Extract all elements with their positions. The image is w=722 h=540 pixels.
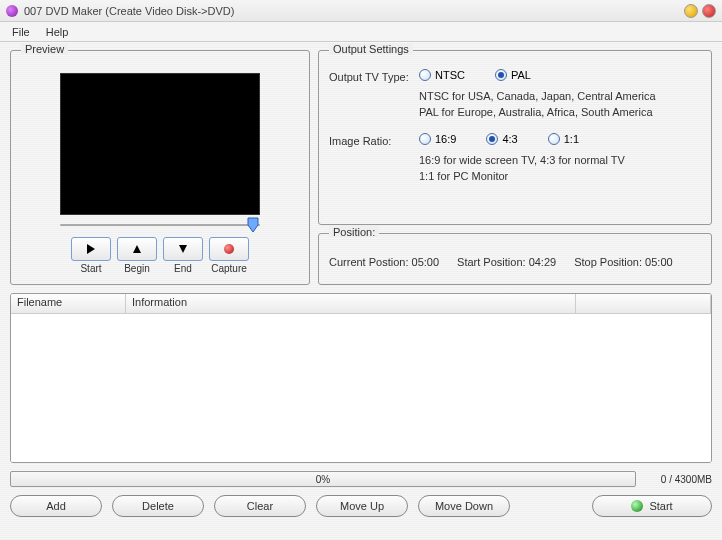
radio-pal[interactable]: PAL	[495, 69, 531, 81]
radio-dot-icon	[495, 69, 507, 81]
menubar: File Help	[0, 22, 722, 42]
capacity-text: 0 / 4300MB	[642, 474, 712, 485]
r43-label: 4:3	[502, 133, 517, 145]
preview-legend: Preview	[21, 43, 68, 55]
window-title: 007 DVD Maker (Create Video Disk->DVD)	[24, 5, 680, 17]
seek-slider[interactable]	[60, 221, 260, 229]
position-legend: Position:	[329, 226, 379, 238]
col-filename[interactable]: Filename	[11, 294, 126, 313]
r11-label: 1:1	[564, 133, 579, 145]
start-lbl: Start Position:	[457, 256, 525, 268]
end-button[interactable]	[163, 237, 203, 261]
pal-label: PAL	[511, 69, 531, 81]
clear-button[interactable]: Clear	[214, 495, 306, 517]
minimize-button[interactable]	[684, 4, 698, 18]
start-position: Start Position: 04:29	[457, 256, 556, 268]
ratio-hint2: 1:1 for PC Monitor	[419, 169, 701, 183]
tv-type-label: Output TV Type:	[329, 69, 419, 83]
ratio-hint1: 16:9 for wide screen TV, 4:3 for normal …	[419, 153, 701, 167]
menu-help[interactable]: Help	[38, 24, 77, 40]
col-information[interactable]: Information	[126, 294, 576, 313]
progress-percent: 0%	[316, 474, 330, 485]
current-lbl: Current Postion:	[329, 256, 408, 268]
radio-dot-icon	[419, 69, 431, 81]
play-icon	[86, 244, 96, 254]
end-label: End	[174, 263, 192, 274]
content-area: Preview Start Begin End	[0, 42, 722, 540]
current-position: Current Postion: 05:00	[329, 256, 439, 268]
settings-legend: Output Settings	[329, 43, 413, 55]
tv-hint2: PAL for Europe, Australia, Africa, South…	[419, 105, 701, 119]
preview-panel: Preview Start Begin End	[10, 50, 310, 285]
slider-track-line	[60, 224, 260, 226]
radio-11[interactable]: 1:1	[548, 133, 579, 145]
slider-thumb[interactable]	[246, 217, 260, 233]
menu-file[interactable]: File	[4, 24, 38, 40]
delete-button[interactable]: Delete	[112, 495, 204, 517]
start-val: 04:29	[529, 256, 557, 268]
stop-val: 05:00	[645, 256, 673, 268]
ratio-label: Image Ratio:	[329, 133, 419, 147]
ntsc-label: NTSC	[435, 69, 465, 81]
col-spacer	[576, 294, 711, 313]
capture-button[interactable]	[209, 237, 249, 261]
capture-label: Capture	[211, 263, 247, 274]
add-button[interactable]: Add	[10, 495, 102, 517]
radio-ntsc[interactable]: NTSC	[419, 69, 465, 81]
radio-169[interactable]: 16:9	[419, 133, 456, 145]
radio-dot-icon	[548, 133, 560, 145]
position-panel: Position: Current Postion: 05:00 Start P…	[318, 233, 712, 285]
play-label: Start	[80, 263, 101, 274]
radio-dot-icon	[419, 133, 431, 145]
record-icon	[224, 244, 234, 254]
output-settings-panel: Output Settings Output TV Type: NTSC PAL…	[318, 50, 712, 225]
stop-position: Stop Position: 05:00	[574, 256, 672, 268]
stop-lbl: Stop Position:	[574, 256, 642, 268]
begin-label: Begin	[124, 263, 150, 274]
down-arrow-icon	[178, 244, 188, 254]
video-preview	[60, 73, 260, 215]
current-val: 05:00	[412, 256, 440, 268]
radio-43[interactable]: 4:3	[486, 133, 517, 145]
start-button[interactable]: Start	[592, 495, 712, 517]
play-button[interactable]	[71, 237, 111, 261]
up-arrow-icon	[132, 244, 142, 254]
movedown-button[interactable]: Move Down	[418, 495, 510, 517]
app-icon	[6, 5, 18, 17]
start-icon	[631, 500, 643, 512]
close-button[interactable]	[702, 4, 716, 18]
moveup-button[interactable]: Move Up	[316, 495, 408, 517]
start-label: Start	[649, 500, 672, 512]
titlebar: 007 DVD Maker (Create Video Disk->DVD)	[0, 0, 722, 22]
progress-bar: 0%	[10, 471, 636, 487]
radio-dot-icon	[486, 133, 498, 145]
file-list-body[interactable]	[11, 314, 711, 462]
file-list-header: Filename Information	[11, 294, 711, 314]
file-list-panel: Filename Information	[10, 293, 712, 463]
begin-button[interactable]	[117, 237, 157, 261]
r169-label: 16:9	[435, 133, 456, 145]
tv-hint1: NTSC for USA, Canada, Japan, Central Ame…	[419, 89, 701, 103]
